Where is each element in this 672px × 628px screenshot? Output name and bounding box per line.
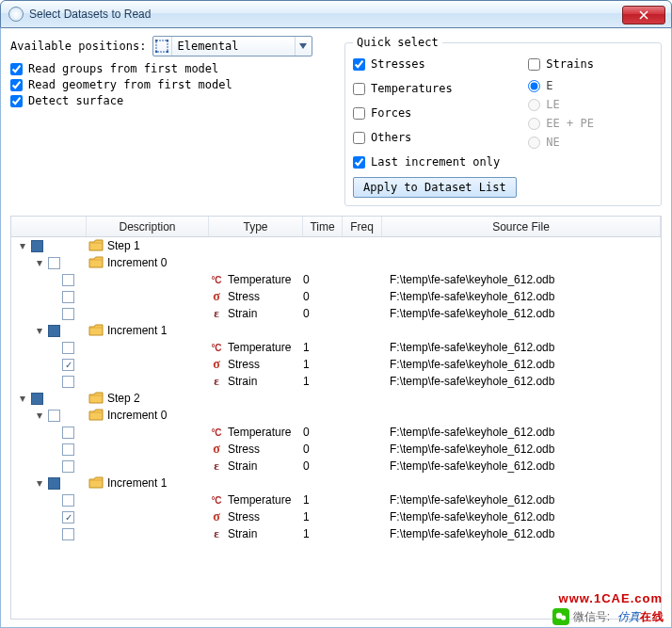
tree-increment-row[interactable]: ▾Increment 1 <box>11 322 661 339</box>
watermark-text-1: 仿真 <box>617 610 640 623</box>
strain-icon: ε <box>209 526 224 541</box>
tree-expander[interactable]: ▾ <box>34 411 44 421</box>
read-geometry-checkbox[interactable]: Read geometry from first model <box>10 78 335 91</box>
temperature-icon: °C <box>209 495 224 506</box>
close-icon <box>639 10 648 20</box>
tree-data-row[interactable]: °CTemperature0F:\temp\fe-safe\keyhole_61… <box>11 271 661 288</box>
temperature-icon: °C <box>209 343 224 353</box>
stress-icon: σ <box>209 509 224 524</box>
row-checkbox[interactable] <box>48 325 60 337</box>
detect-surface-input[interactable] <box>10 95 23 107</box>
tree-data-row[interactable]: °CTemperature0F:\temp\fe-safe\keyhole_61… <box>11 424 661 441</box>
qs-others[interactable]: Others <box>353 131 500 144</box>
qs-radio-e[interactable]: E <box>528 79 594 92</box>
tree-data-row[interactable]: °CTemperature1F:\temp\fe-safe\keyhole_61… <box>11 491 661 508</box>
qs-radio-eepe: EE + PE <box>528 117 594 130</box>
temperature-icon: °C <box>209 275 224 285</box>
tree-expander[interactable]: ▾ <box>34 258 44 268</box>
tree-data-row[interactable]: σStress0F:\temp\fe-safe\keyhole_612.odb <box>11 288 661 305</box>
row-checkbox[interactable] <box>31 240 43 252</box>
row-checkbox[interactable] <box>62 511 74 523</box>
tree-increment-row[interactable]: ▾Increment 1 <box>11 475 661 491</box>
wechat-badge: 微信号: <box>552 608 610 625</box>
read-geometry-input[interactable] <box>10 79 23 91</box>
apply-to-dataset-button[interactable]: Apply to Dataset List <box>353 177 517 198</box>
read-groups-checkbox[interactable]: Read groups from first model <box>10 62 335 75</box>
row-checkbox[interactable] <box>62 308 74 320</box>
col-type[interactable]: Type <box>209 217 303 236</box>
stress-icon: σ <box>209 442 224 457</box>
qs-strains[interactable]: Strains <box>528 57 594 71</box>
close-button[interactable] <box>622 6 665 24</box>
read-groups-input[interactable] <box>10 63 23 75</box>
row-checkbox[interactable] <box>62 342 74 354</box>
tree-data-row[interactable]: εStrain0F:\temp\fe-safe\keyhole_612.odb <box>11 305 661 322</box>
row-checkbox[interactable] <box>62 443 74 456</box>
tree-data-row[interactable]: εStrain1F:\temp\fe-safe\keyhole_612.odb <box>11 525 661 542</box>
col-freq[interactable]: Freq <box>343 217 382 236</box>
row-checkbox[interactable] <box>62 274 74 286</box>
qs-last-increment[interactable]: Last increment only <box>353 155 500 169</box>
strain-icon: ε <box>209 459 224 474</box>
tree-step-row[interactable]: ▾Step 1 <box>11 237 661 254</box>
tree-increment-row[interactable]: ▾Increment 0 <box>11 407 661 424</box>
watermark-text-2: 在线 <box>640 610 664 623</box>
footer-watermark: 微信号: 仿真在线 www.1CAE.com <box>552 608 664 625</box>
svg-point-4 <box>167 51 168 53</box>
elemental-icon <box>153 37 172 56</box>
row-checkbox[interactable] <box>62 427 74 439</box>
qs-temperatures[interactable]: Temperatures <box>353 82 500 95</box>
svg-point-6 <box>561 615 566 620</box>
dataset-tree-table[interactable]: Description Type Time Freq Source File ▾… <box>10 216 662 620</box>
row-checkbox[interactable] <box>62 460 74 473</box>
quick-select-group: Quick select Stresses Temperatures Force… <box>344 36 662 206</box>
detect-surface-label: Detect surface <box>28 94 123 107</box>
tree-data-row[interactable]: °CTemperature1F:\temp\fe-safe\keyhole_61… <box>11 339 661 356</box>
window-title: Select Datasets to Read <box>29 8 151 21</box>
tree-expander[interactable]: ▾ <box>17 241 27 251</box>
tree-data-row[interactable]: σStress0F:\temp\fe-safe\keyhole_612.odb <box>11 441 661 458</box>
tree-data-row[interactable]: σStress1F:\temp\fe-safe\keyhole_612.odb <box>11 356 661 373</box>
available-positions-combo[interactable]: Elemental <box>152 36 312 56</box>
wechat-icon <box>552 608 569 625</box>
app-icon <box>8 7 24 22</box>
tree-data-row[interactable]: εStrain0F:\temp\fe-safe\keyhole_612.odb <box>11 458 661 475</box>
qs-radio-le: LE <box>528 98 594 111</box>
row-checkbox[interactable] <box>62 376 74 388</box>
row-checkbox[interactable] <box>48 477 60 490</box>
tree-data-row[interactable]: σStress1F:\temp\fe-safe\keyhole_612.odb <box>11 508 661 525</box>
available-positions-label: Available positions: <box>10 40 147 53</box>
strain-icon: ε <box>209 374 224 389</box>
tree-expander[interactable]: ▾ <box>17 394 27 404</box>
row-checkbox[interactable] <box>62 359 74 371</box>
watermark-url: www.1CAE.com <box>559 591 663 605</box>
qs-stresses[interactable]: Stresses <box>353 57 500 71</box>
tree-expander[interactable]: ▾ <box>34 478 44 489</box>
chevron-down-icon <box>295 37 312 56</box>
quick-select-legend: Quick select <box>353 36 442 49</box>
col-time[interactable]: Time <box>303 217 343 236</box>
row-checkbox[interactable] <box>48 257 60 269</box>
row-checkbox[interactable] <box>62 528 74 540</box>
tree-body: ▾Step 1▾Increment 0°CTemperature0F:\temp… <box>11 237 661 542</box>
row-checkbox[interactable] <box>31 393 43 405</box>
detect-surface-checkbox[interactable]: Detect surface <box>10 94 335 107</box>
tree-data-row[interactable]: εStrain1F:\temp\fe-safe\keyhole_612.odb <box>11 373 661 390</box>
col-description[interactable]: Description <box>87 217 209 236</box>
svg-point-2 <box>167 40 168 41</box>
read-geometry-label: Read geometry from first model <box>28 78 232 91</box>
stress-icon: σ <box>209 289 224 304</box>
row-checkbox[interactable] <box>62 291 74 303</box>
row-checkbox[interactable] <box>62 494 74 507</box>
strain-icon: ε <box>209 306 224 321</box>
available-positions-value: Elemental <box>172 40 295 53</box>
qs-radio-ne: NE <box>528 136 594 149</box>
row-checkbox[interactable] <box>48 410 60 422</box>
tree-step-row[interactable]: ▾Step 2 <box>11 390 661 407</box>
qs-forces[interactable]: Forces <box>353 106 500 120</box>
col-source[interactable]: Source File <box>382 217 661 236</box>
title-bar: Select Datasets to Read <box>0 0 672 28</box>
svg-point-3 <box>155 51 157 53</box>
tree-expander[interactable]: ▾ <box>34 326 44 336</box>
tree-increment-row[interactable]: ▾Increment 0 <box>11 254 661 271</box>
